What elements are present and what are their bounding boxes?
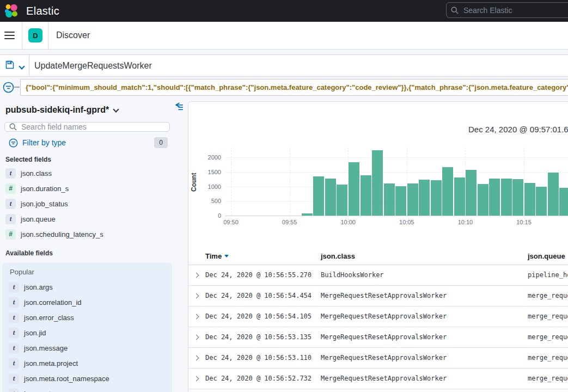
- string-field-icon: t: [5, 199, 16, 209]
- histogram-bar[interactable]: [442, 167, 453, 216]
- table-row[interactable]: Dec 24, 2020 @ 10:56:54.105MergeRequestR…: [188, 307, 568, 327]
- popular-heading: Popular: [10, 268, 172, 276]
- histogram-bar[interactable]: [431, 180, 442, 216]
- field-item[interactable]: #json.duration_s: [0, 181, 174, 196]
- x-axis-tick: 10:05: [390, 219, 423, 225]
- popular-fields-panel: Popular tjson.argstjson.correlation_idtj…: [2, 262, 172, 392]
- histogram-bar[interactable]: [395, 186, 406, 216]
- popular-fields-list: tjson.argstjson.correlation_idtjson.erro…: [2, 279, 172, 392]
- discover-app-badge[interactable]: D: [28, 28, 42, 42]
- histogram-bar[interactable]: [407, 183, 418, 216]
- histogram-bar[interactable]: [419, 180, 430, 216]
- field-name: json.error_class: [24, 314, 74, 322]
- expand-row-icon[interactable]: [194, 376, 199, 382]
- field-item[interactable]: tjson.correlation_id: [2, 295, 172, 310]
- number-field-icon: #: [5, 229, 16, 240]
- expand-row-icon[interactable]: [194, 293, 199, 299]
- nav-bar: D Discover: [0, 22, 568, 50]
- y-axis-tick: 2000: [199, 154, 221, 161]
- cell-json-class: MergeRequestResetApprovalsWorker: [321, 369, 447, 389]
- column-header-time[interactable]: Time: [205, 248, 229, 265]
- filter-by-type[interactable]: Filter by type 0: [9, 137, 168, 148]
- filter-count-badge: 0: [154, 137, 168, 148]
- histogram-bar[interactable]: [466, 170, 477, 216]
- histogram-bar[interactable]: [559, 188, 568, 216]
- histogram-bar[interactable]: [349, 162, 359, 216]
- field-name: json.message: [24, 344, 68, 352]
- field-name: json.jid: [24, 329, 46, 337]
- histogram-bar[interactable]: [325, 179, 336, 216]
- table-row[interactable]: Dec 24, 2020 @ 10:56:55.270BuildHooksWor…: [188, 265, 568, 286]
- top-app-bar: Elastic: [0, 0, 568, 22]
- histogram-bar[interactable]: [302, 213, 313, 216]
- global-search-input[interactable]: [463, 6, 568, 15]
- field-search-input[interactable]: [21, 122, 152, 131]
- cell-time: Dec 24, 2020 @ 10:56:53.110: [205, 348, 312, 368]
- time-range-label: Dec 24, 2020 @ 09:57:01.67: [468, 125, 568, 134]
- x-axis-tick: 09:55: [273, 219, 306, 225]
- column-header-json-queue[interactable]: json.queue: [528, 248, 565, 265]
- expand-row-icon[interactable]: [194, 356, 199, 361]
- field-item[interactable]: tjson.meta.user: [2, 386, 172, 392]
- menu-icon[interactable]: [4, 32, 15, 39]
- query-input[interactable]: [20, 79, 568, 96]
- histogram-bar[interactable]: [384, 183, 395, 216]
- histogram-bar[interactable]: [489, 179, 500, 216]
- field-item[interactable]: tjson.error_class: [2, 310, 172, 325]
- field-item[interactable]: tjson.meta.root_namespace: [2, 371, 172, 386]
- divider: [22, 22, 22, 49]
- saved-search-bar: UpdateMergeRequestsWorker: [0, 54, 568, 77]
- filter-icon[interactable]: [3, 82, 14, 93]
- field-item[interactable]: tjson.queue: [0, 211, 174, 226]
- cell-json-queue: merge_reque: [528, 286, 568, 306]
- field-name: json.meta.user: [24, 390, 70, 392]
- cell-time: Dec 24, 2020 @ 10:56:54.454: [205, 286, 312, 306]
- field-name: json.args: [24, 283, 53, 291]
- field-item[interactable]: tjson.args: [2, 279, 172, 295]
- global-search-bar[interactable]: [446, 2, 568, 18]
- table-row[interactable]: Dec 24, 2020 @ 10:56:53.135MergeRequestR…: [188, 327, 568, 348]
- cell-json-queue: merge_reque: [528, 369, 568, 389]
- field-name: json.correlation_id: [24, 298, 82, 307]
- selected-fields-list: tjson.class#json.duration_stjson.job_sta…: [0, 166, 174, 242]
- field-item[interactable]: tjson.job_status: [0, 196, 174, 211]
- table-row[interactable]: Dec 24, 2020 @ 10:56:54.454MergeRequestR…: [188, 286, 568, 307]
- cell-json-class: MergeRequestResetApprovalsWorker: [321, 307, 447, 327]
- histogram-bar[interactable]: [337, 185, 347, 216]
- histogram-bar[interactable]: [372, 150, 383, 216]
- field-item[interactable]: tjson.class: [0, 166, 174, 181]
- expand-row-icon[interactable]: [194, 314, 199, 320]
- x-axis-tick: 10:10: [449, 219, 481, 225]
- column-header-json-class[interactable]: json.class: [321, 248, 355, 265]
- histogram-bar[interactable]: [524, 183, 535, 216]
- table-row[interactable]: Dec 24, 2020 @ 10:56:53.110MergeRequestR…: [188, 348, 568, 369]
- histogram-bar[interactable]: [501, 179, 512, 216]
- histogram-bar[interactable]: [478, 184, 488, 216]
- histogram-bar[interactable]: [361, 175, 371, 216]
- field-search-bar[interactable]: [4, 122, 170, 132]
- index-pattern-selector[interactable]: pubsub-sidekiq-inf-gprd*: [5, 105, 169, 115]
- field-item[interactable]: tjson.jid: [2, 325, 172, 340]
- string-field-icon: t: [5, 168, 16, 179]
- histogram-bar[interactable]: [512, 179, 523, 216]
- expand-row-icon[interactable]: [194, 273, 199, 278]
- field-name: json.scheduling_latency_s: [21, 230, 103, 238]
- field-item[interactable]: tjson.message: [2, 340, 172, 356]
- histogram-bar[interactable]: [536, 187, 547, 216]
- x-axis-tick: 09:50: [215, 219, 247, 225]
- field-item[interactable]: #json.scheduling_latency_s: [0, 226, 174, 242]
- grid-line: [225, 172, 568, 173]
- filter-icon: [9, 138, 18, 148]
- histogram-bar[interactable]: [454, 177, 465, 216]
- collapse-sidebar-icon[interactable]: [175, 102, 184, 112]
- histogram-bar[interactable]: [548, 173, 559, 216]
- cell-time: Dec 24, 2020 @ 10:56:54.105: [205, 307, 312, 327]
- expand-row-icon[interactable]: [194, 335, 199, 340]
- save-button[interactable]: [5, 60, 26, 71]
- table-row[interactable]: Dec 24, 2020 @ 10:56:52.732MergeRequestR…: [188, 369, 568, 389]
- string-field-icon: t: [9, 297, 19, 308]
- field-item[interactable]: tjson.meta.project: [2, 356, 172, 371]
- histogram-bar[interactable]: [313, 176, 324, 216]
- cell-json-class: MergeRequestResetApprovalsWorker: [321, 327, 447, 347]
- string-field-icon: t: [9, 282, 19, 292]
